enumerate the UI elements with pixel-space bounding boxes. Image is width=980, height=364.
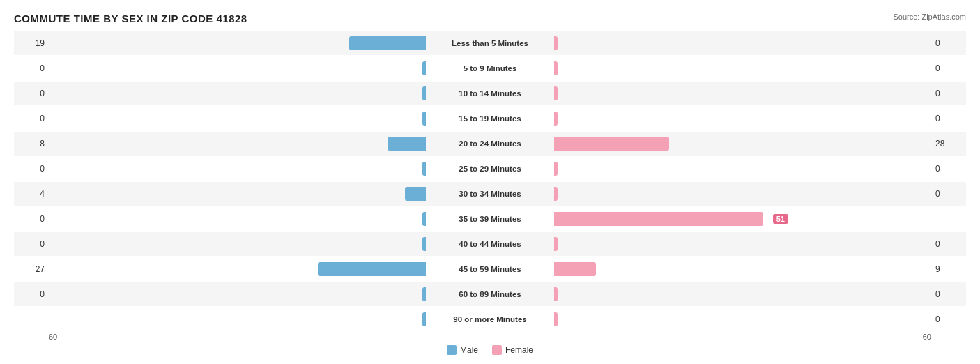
bars-section: 30 to 34 Minutes: [49, 182, 931, 206]
female-bar: [554, 86, 558, 100]
female-swatch: [492, 345, 502, 355]
male-bar: [422, 212, 426, 226]
chart-row: 0 10 to 14 Minutes 0: [14, 82, 966, 105]
female-bar: 51: [554, 212, 763, 226]
right-bar-wrap: [553, 312, 931, 327]
male-bar: 42: [422, 312, 426, 326]
chart-row: 0 25 to 29 Minutes 0: [14, 157, 966, 181]
left-value: 0: [14, 89, 49, 98]
right-value: 0: [931, 38, 966, 48]
left-bar-wrap: [49, 236, 427, 252]
source-label: Source: ZipAtlas.com: [893, 13, 966, 21]
legend-male-label: Male: [460, 345, 478, 355]
male-bar: [422, 112, 426, 126]
axis-right: 60: [923, 333, 931, 341]
male-bar: [349, 36, 426, 50]
chart-row: 0 35 to 39 Minutes 51: [14, 207, 966, 231]
left-bar-wrap: [49, 36, 427, 51]
left-bar-wrap: [49, 261, 427, 277]
right-bar-wrap: [553, 61, 931, 76]
legend-female-label: Female: [505, 345, 533, 355]
right-value: 0: [931, 239, 966, 249]
row-label: 5 to 9 Minutes: [427, 64, 553, 73]
female-bar: [554, 137, 669, 151]
bars-section: 20 to 24 Minutes: [49, 132, 931, 156]
bars-section: Less than 5 Minutes: [49, 31, 931, 55]
left-value: 0: [14, 214, 49, 224]
bars-section: 40 to 44 Minutes: [49, 232, 931, 256]
chart-row: 8 20 to 24 Minutes 28: [14, 132, 966, 156]
right-bar-wrap: 51: [553, 211, 931, 227]
male-bar: [422, 162, 426, 176]
right-bar-wrap: [553, 236, 931, 252]
right-value: 0: [931, 314, 966, 324]
female-bar: [554, 61, 558, 75]
left-value: 0: [14, 114, 49, 123]
male-bar: [422, 61, 426, 75]
row-label: 30 to 34 Minutes: [427, 190, 553, 198]
female-bar: [554, 237, 558, 251]
female-bar: [554, 312, 558, 326]
legend: Male Female: [14, 345, 966, 355]
male-bar: [405, 187, 426, 201]
right-bar-wrap: [553, 136, 931, 151]
row-label: Less than 5 Minutes: [427, 39, 553, 47]
left-bar-wrap: [49, 161, 427, 176]
left-value: 0: [14, 164, 49, 174]
legend-female: Female: [492, 345, 533, 355]
chart-container: COMMUTE TIME BY SEX IN ZIP CODE 41828 So…: [0, 0, 980, 364]
bars-section: 60 to 89 Minutes: [49, 282, 931, 306]
right-value: 0: [931, 164, 966, 174]
right-value: 28: [931, 139, 966, 149]
chart-row: 4 30 to 34 Minutes 0: [14, 182, 966, 206]
row-label: 20 to 24 Minutes: [427, 139, 553, 148]
male-bar: [422, 287, 426, 301]
bars-section: 35 to 39 Minutes 51: [49, 207, 931, 231]
female-bar: [554, 287, 558, 301]
left-bar-wrap: [49, 211, 427, 227]
left-value: 0: [14, 289, 49, 299]
left-value: 27: [14, 264, 49, 274]
bars-section: 45 to 59 Minutes: [49, 257, 931, 281]
left-bar-wrap: [49, 111, 427, 126]
chart-area: 19 Less than 5 Minutes 0 0 5 to 9: [14, 31, 966, 331]
legend-male: Male: [447, 345, 478, 355]
row-label: 10 to 14 Minutes: [427, 89, 553, 98]
chart-row: 0 40 to 44 Minutes 0: [14, 232, 966, 256]
right-bar-wrap: [553, 86, 931, 101]
row-label: 90 or more Minutes: [427, 315, 553, 324]
female-bar: [554, 112, 558, 126]
male-bar: [318, 262, 426, 276]
left-value: 4: [14, 189, 49, 199]
left-bar-wrap: [49, 186, 427, 202]
right-value: 9: [931, 264, 966, 274]
right-value: 0: [931, 114, 966, 123]
right-bar-wrap: [553, 261, 931, 277]
row-label: 35 to 39 Minutes: [427, 215, 553, 223]
male-bar: [422, 237, 426, 251]
bars-section: 5 to 9 Minutes: [49, 56, 931, 80]
left-bar-wrap: 42: [49, 312, 427, 327]
right-value: 0: [931, 63, 966, 73]
left-bar-wrap: [49, 86, 427, 101]
female-bar: [554, 262, 596, 276]
bars-section: 25 to 29 Minutes: [49, 157, 931, 181]
row-label: 25 to 29 Minutes: [427, 165, 553, 173]
left-value: 8: [14, 139, 49, 149]
left-value: 19: [14, 38, 49, 48]
bars-section: 15 to 19 Minutes: [49, 107, 931, 130]
male-bar: [388, 137, 426, 151]
bars-section: 10 to 14 Minutes: [49, 82, 931, 105]
chart-row: 19 Less than 5 Minutes 0: [14, 31, 966, 55]
bars-section: 42 90 or more Minutes: [49, 308, 931, 331]
row-label: 40 to 44 Minutes: [427, 240, 553, 248]
left-bar-wrap: [49, 136, 427, 151]
chart-row: 0 15 to 19 Minutes 0: [14, 107, 966, 130]
right-bar-wrap: [553, 287, 931, 302]
axis-left: 60: [49, 333, 57, 341]
left-value: 0: [14, 63, 49, 73]
chart-row: 27 45 to 59 Minutes 9: [14, 257, 966, 281]
chart-title: COMMUTE TIME BY SEX IN ZIP CODE 41828: [14, 13, 966, 24]
male-bar: [422, 86, 426, 100]
right-bar-wrap: [553, 111, 931, 126]
